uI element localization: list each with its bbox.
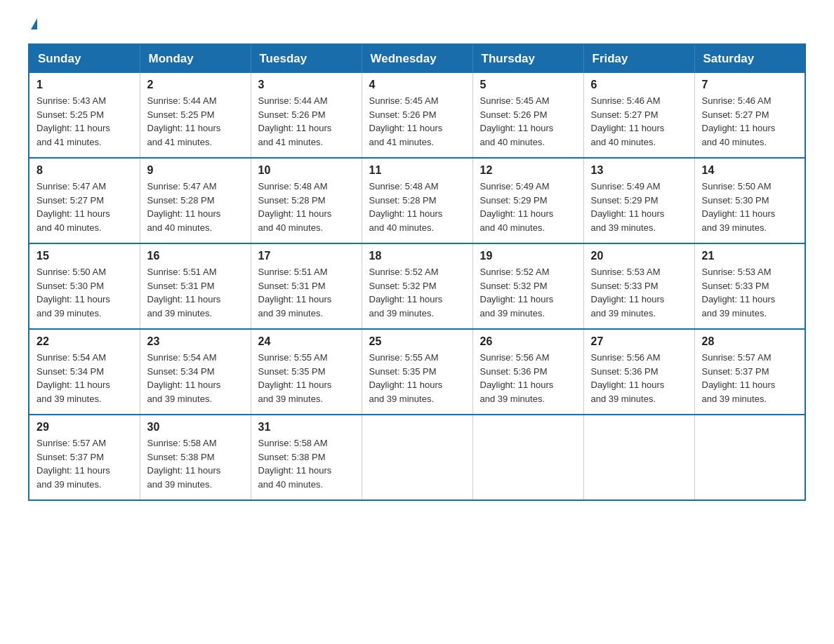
day-info: Sunrise: 5:49 AMSunset: 5:29 PMDaylight:… bbox=[591, 180, 687, 234]
calendar-day-cell: 11Sunrise: 5:48 AMSunset: 5:28 PMDayligh… bbox=[362, 158, 472, 243]
day-number: 8 bbox=[37, 164, 133, 177]
calendar-day-cell: 3Sunrise: 5:44 AMSunset: 5:26 PMDaylight… bbox=[251, 73, 362, 158]
day-number: 3 bbox=[258, 79, 355, 91]
day-number: 27 bbox=[591, 335, 687, 348]
calendar-week-row: 29Sunrise: 5:57 AMSunset: 5:37 PMDayligh… bbox=[29, 415, 805, 500]
calendar-day-cell: 7Sunrise: 5:46 AMSunset: 5:27 PMDaylight… bbox=[694, 73, 805, 158]
day-info: Sunrise: 5:53 AMSunset: 5:33 PMDaylight:… bbox=[591, 265, 687, 320]
calendar-day-cell bbox=[694, 415, 805, 500]
day-info: Sunrise: 5:45 AMSunset: 5:26 PMDaylight:… bbox=[369, 94, 465, 149]
calendar-day-cell: 25Sunrise: 5:55 AMSunset: 5:35 PMDayligh… bbox=[362, 329, 472, 415]
day-number: 6 bbox=[591, 79, 687, 91]
day-number: 28 bbox=[702, 335, 798, 348]
day-number: 10 bbox=[258, 164, 355, 177]
calendar-day-cell: 17Sunrise: 5:51 AMSunset: 5:31 PMDayligh… bbox=[251, 243, 362, 329]
day-info: Sunrise: 5:55 AMSunset: 5:35 PMDaylight:… bbox=[258, 351, 355, 405]
calendar-week-row: 1Sunrise: 5:43 AMSunset: 5:25 PMDaylight… bbox=[29, 73, 805, 158]
day-number: 9 bbox=[147, 164, 244, 177]
calendar-day-cell: 31Sunrise: 5:58 AMSunset: 5:38 PMDayligh… bbox=[251, 415, 362, 500]
day-of-week-header: Saturday bbox=[694, 44, 805, 73]
day-info: Sunrise: 5:44 AMSunset: 5:26 PMDaylight:… bbox=[258, 94, 355, 149]
calendar-day-cell: 1Sunrise: 5:43 AMSunset: 5:25 PMDaylight… bbox=[29, 73, 140, 158]
day-number: 25 bbox=[369, 335, 465, 348]
calendar-day-cell: 23Sunrise: 5:54 AMSunset: 5:34 PMDayligh… bbox=[140, 329, 251, 415]
calendar-week-row: 8Sunrise: 5:47 AMSunset: 5:27 PMDaylight… bbox=[29, 158, 805, 243]
day-info: Sunrise: 5:48 AMSunset: 5:28 PMDaylight:… bbox=[369, 180, 465, 234]
day-of-week-header: Monday bbox=[140, 44, 251, 73]
day-number: 19 bbox=[480, 250, 576, 262]
day-number: 12 bbox=[480, 164, 576, 177]
day-info: Sunrise: 5:55 AMSunset: 5:35 PMDaylight:… bbox=[369, 351, 465, 405]
calendar-day-cell: 10Sunrise: 5:48 AMSunset: 5:28 PMDayligh… bbox=[251, 158, 362, 243]
calendar-day-cell: 13Sunrise: 5:49 AMSunset: 5:29 PMDayligh… bbox=[583, 158, 694, 243]
day-info: Sunrise: 5:58 AMSunset: 5:38 PMDaylight:… bbox=[258, 436, 355, 491]
day-number: 22 bbox=[37, 335, 133, 348]
calendar-day-cell: 6Sunrise: 5:46 AMSunset: 5:27 PMDaylight… bbox=[583, 73, 694, 158]
day-number: 14 bbox=[702, 164, 798, 177]
day-info: Sunrise: 5:57 AMSunset: 5:37 PMDaylight:… bbox=[37, 436, 133, 491]
calendar-day-cell: 21Sunrise: 5:53 AMSunset: 5:33 PMDayligh… bbox=[694, 243, 805, 329]
calendar-table: SundayMondayTuesdayWednesdayThursdayFrid… bbox=[28, 43, 806, 501]
calendar-day-cell: 15Sunrise: 5:50 AMSunset: 5:30 PMDayligh… bbox=[29, 243, 140, 329]
day-of-week-header: Thursday bbox=[472, 44, 583, 73]
calendar-day-cell: 20Sunrise: 5:53 AMSunset: 5:33 PMDayligh… bbox=[583, 243, 694, 329]
day-number: 15 bbox=[37, 250, 133, 262]
calendar-day-cell: 9Sunrise: 5:47 AMSunset: 5:28 PMDaylight… bbox=[140, 158, 251, 243]
calendar-day-cell: 16Sunrise: 5:51 AMSunset: 5:31 PMDayligh… bbox=[140, 243, 251, 329]
day-number: 2 bbox=[147, 79, 244, 91]
day-of-week-header: Friday bbox=[583, 44, 694, 73]
calendar-day-cell bbox=[583, 415, 694, 500]
day-number: 29 bbox=[37, 421, 133, 434]
day-info: Sunrise: 5:56 AMSunset: 5:36 PMDaylight:… bbox=[480, 351, 576, 405]
calendar-day-cell: 26Sunrise: 5:56 AMSunset: 5:36 PMDayligh… bbox=[472, 329, 583, 415]
calendar-week-row: 15Sunrise: 5:50 AMSunset: 5:30 PMDayligh… bbox=[29, 243, 805, 329]
calendar-day-cell: 4Sunrise: 5:45 AMSunset: 5:26 PMDaylight… bbox=[362, 73, 472, 158]
day-info: Sunrise: 5:54 AMSunset: 5:34 PMDaylight:… bbox=[147, 351, 244, 405]
calendar-day-cell: 24Sunrise: 5:55 AMSunset: 5:35 PMDayligh… bbox=[251, 329, 362, 415]
day-info: Sunrise: 5:51 AMSunset: 5:31 PMDaylight:… bbox=[147, 265, 244, 320]
day-number: 20 bbox=[591, 250, 687, 262]
day-info: Sunrise: 5:57 AMSunset: 5:37 PMDaylight:… bbox=[702, 351, 798, 405]
day-info: Sunrise: 5:56 AMSunset: 5:36 PMDaylight:… bbox=[591, 351, 687, 405]
calendar-day-cell: 18Sunrise: 5:52 AMSunset: 5:32 PMDayligh… bbox=[362, 243, 472, 329]
calendar-day-cell bbox=[472, 415, 583, 500]
day-number: 1 bbox=[37, 79, 133, 91]
day-info: Sunrise: 5:46 AMSunset: 5:27 PMDaylight:… bbox=[591, 94, 687, 149]
day-number: 26 bbox=[480, 335, 576, 348]
day-info: Sunrise: 5:54 AMSunset: 5:34 PMDaylight:… bbox=[37, 351, 133, 405]
day-info: Sunrise: 5:45 AMSunset: 5:26 PMDaylight:… bbox=[480, 94, 576, 149]
day-of-week-header: Wednesday bbox=[362, 44, 472, 73]
day-info: Sunrise: 5:50 AMSunset: 5:30 PMDaylight:… bbox=[702, 180, 798, 234]
day-info: Sunrise: 5:50 AMSunset: 5:30 PMDaylight:… bbox=[37, 265, 133, 320]
day-info: Sunrise: 5:52 AMSunset: 5:32 PMDaylight:… bbox=[480, 265, 576, 320]
calendar-header-row: SundayMondayTuesdayWednesdayThursdayFrid… bbox=[29, 44, 805, 73]
calendar-day-cell: 12Sunrise: 5:49 AMSunset: 5:29 PMDayligh… bbox=[472, 158, 583, 243]
day-info: Sunrise: 5:49 AMSunset: 5:29 PMDaylight:… bbox=[480, 180, 576, 234]
day-info: Sunrise: 5:47 AMSunset: 5:27 PMDaylight:… bbox=[37, 180, 133, 234]
day-info: Sunrise: 5:47 AMSunset: 5:28 PMDaylight:… bbox=[147, 180, 244, 234]
calendar-day-cell: 29Sunrise: 5:57 AMSunset: 5:37 PMDayligh… bbox=[29, 415, 140, 500]
day-number: 31 bbox=[258, 421, 355, 434]
calendar-day-cell bbox=[362, 415, 472, 500]
calendar-day-cell: 22Sunrise: 5:54 AMSunset: 5:34 PMDayligh… bbox=[29, 329, 140, 415]
calendar-week-row: 22Sunrise: 5:54 AMSunset: 5:34 PMDayligh… bbox=[29, 329, 805, 415]
day-number: 21 bbox=[702, 250, 798, 262]
day-number: 16 bbox=[147, 250, 244, 262]
day-number: 30 bbox=[147, 421, 244, 434]
day-number: 5 bbox=[480, 79, 576, 91]
day-info: Sunrise: 5:44 AMSunset: 5:25 PMDaylight:… bbox=[147, 94, 244, 149]
day-info: Sunrise: 5:52 AMSunset: 5:32 PMDaylight:… bbox=[369, 265, 465, 320]
day-info: Sunrise: 5:46 AMSunset: 5:27 PMDaylight:… bbox=[702, 94, 798, 149]
day-of-week-header: Tuesday bbox=[251, 44, 362, 73]
day-number: 17 bbox=[258, 250, 355, 262]
calendar-day-cell: 14Sunrise: 5:50 AMSunset: 5:30 PMDayligh… bbox=[694, 158, 805, 243]
day-info: Sunrise: 5:53 AMSunset: 5:33 PMDaylight:… bbox=[702, 265, 798, 320]
day-number: 13 bbox=[591, 164, 687, 177]
page-header bbox=[28, 21, 806, 29]
day-info: Sunrise: 5:43 AMSunset: 5:25 PMDaylight:… bbox=[37, 94, 133, 149]
calendar-day-cell: 2Sunrise: 5:44 AMSunset: 5:25 PMDaylight… bbox=[140, 73, 251, 158]
day-number: 4 bbox=[369, 79, 465, 91]
calendar-day-cell: 8Sunrise: 5:47 AMSunset: 5:27 PMDaylight… bbox=[29, 158, 140, 243]
day-number: 23 bbox=[147, 335, 244, 348]
calendar-day-cell: 30Sunrise: 5:58 AMSunset: 5:38 PMDayligh… bbox=[140, 415, 251, 500]
